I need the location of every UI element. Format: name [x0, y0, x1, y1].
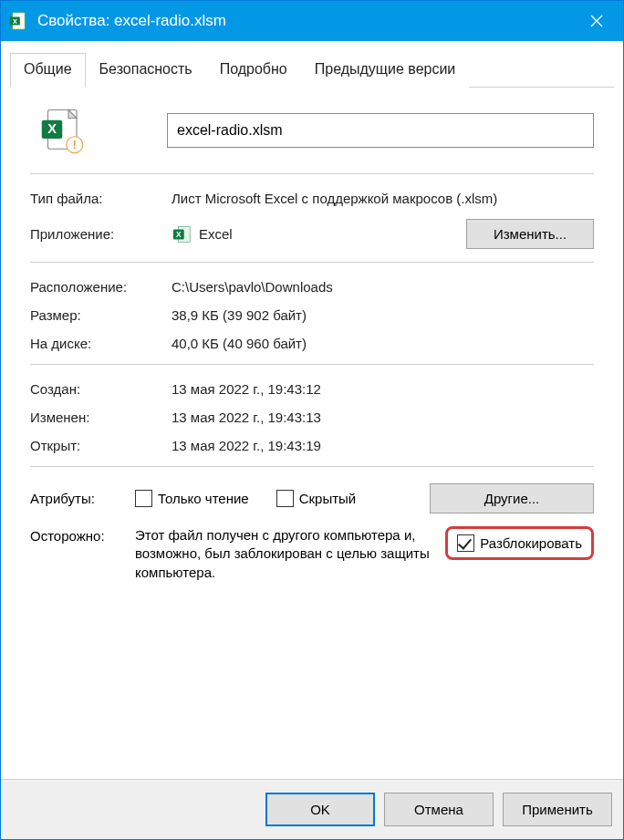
- accessed-value: 13 мая 2022 г., 19:43:19: [172, 438, 594, 453]
- separator: [30, 173, 594, 174]
- tab-general-body: X ! Тип файла: Лист Microsoft Excel с по…: [10, 88, 614, 779]
- created-label: Создан:: [30, 381, 172, 397]
- security-warning-text: Этот файл получен с другого компьютера и…: [135, 526, 442, 582]
- properties-dialog: X Свойства: excel-radio.xlsm Общие Безоп…: [0, 0, 624, 840]
- separator: [30, 262, 594, 263]
- change-app-button[interactable]: Изменить...: [466, 219, 594, 249]
- attributes-label: Атрибуты:: [30, 491, 135, 506]
- svg-text:X: X: [176, 230, 182, 238]
- tab-security[interactable]: Безопасность: [86, 53, 206, 88]
- checkbox-checked-icon: [457, 534, 474, 552]
- caution-label: Осторожно:: [30, 526, 135, 544]
- checkbox-icon: [135, 490, 152, 507]
- readonly-label: Только чтение: [158, 491, 249, 506]
- file-type-icon: X !: [36, 106, 85, 155]
- app-label: Приложение:: [30, 226, 172, 242]
- ok-button[interactable]: OK: [265, 793, 375, 826]
- readonly-checkbox[interactable]: Только чтение: [135, 490, 249, 507]
- location-value: C:\Users\pavlo\Downloads: [172, 279, 594, 295]
- svg-text:X: X: [47, 121, 57, 136]
- filetype-label: Тип файла:: [30, 191, 172, 206]
- apply-button[interactable]: Применить: [503, 793, 612, 826]
- created-value: 13 мая 2022 г., 19:43:12: [172, 381, 594, 397]
- separator: [30, 364, 594, 365]
- dialog-content: Общие Безопасность Подробно Предыдущие в…: [1, 41, 623, 779]
- tab-strip: Общие Безопасность Подробно Предыдущие в…: [10, 52, 614, 88]
- svg-text:!: !: [73, 138, 78, 151]
- unblock-checkbox[interactable]: Разблокировать: [457, 534, 582, 552]
- tab-previous-versions[interactable]: Предыдущие версии: [301, 53, 470, 88]
- svg-text:X: X: [13, 17, 17, 26]
- tab-details[interactable]: Подробно: [206, 53, 301, 88]
- modified-label: Изменен:: [30, 410, 172, 425]
- excel-file-icon: X: [8, 11, 28, 31]
- window-title: Свойства: excel-radio.xlsm: [37, 12, 570, 30]
- unblock-label: Разблокировать: [480, 535, 582, 551]
- size-value: 38,9 КБ (39 902 байт): [172, 307, 594, 323]
- dialog-footer: OK Отмена Применить: [1, 779, 623, 839]
- app-value: Excel: [199, 226, 466, 242]
- hidden-checkbox[interactable]: Скрытый: [276, 490, 357, 507]
- ondisk-label: На диске:: [30, 336, 172, 351]
- filetype-value: Лист Microsoft Excel с поддержкой макрос…: [172, 191, 594, 206]
- titlebar: X Свойства: excel-radio.xlsm: [1, 1, 623, 41]
- close-button[interactable]: [570, 1, 623, 41]
- accessed-label: Открыт:: [30, 438, 172, 453]
- ondisk-value: 40,0 КБ (40 960 байт): [172, 336, 594, 351]
- size-label: Размер:: [30, 307, 172, 323]
- excel-app-icon: X: [172, 224, 192, 244]
- location-label: Расположение:: [30, 279, 172, 295]
- cancel-button[interactable]: Отмена: [384, 793, 494, 826]
- modified-value: 13 мая 2022 г., 19:43:13: [172, 410, 594, 425]
- hidden-label: Скрытый: [299, 491, 357, 506]
- tab-general[interactable]: Общие: [10, 53, 86, 88]
- checkbox-icon: [276, 490, 294, 507]
- filename-input[interactable]: [167, 113, 594, 148]
- advanced-attributes-button[interactable]: Другие...: [430, 483, 594, 513]
- separator: [30, 466, 594, 467]
- unblock-highlight: Разблокировать: [445, 526, 594, 560]
- close-icon: [590, 15, 603, 27]
